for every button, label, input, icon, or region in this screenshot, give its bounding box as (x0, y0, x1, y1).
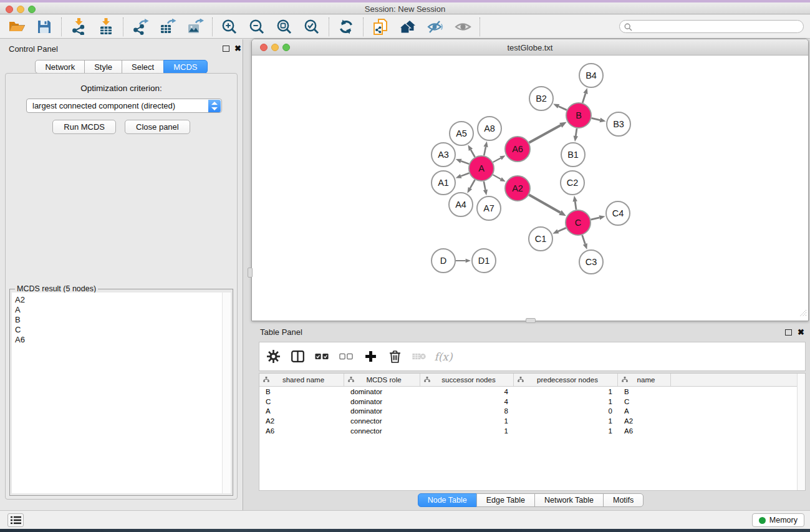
result-item-a6[interactable]: A6 (12, 335, 231, 345)
select-all-columns-icon[interactable] (315, 349, 329, 364)
arrowhead-B-B1 (574, 135, 578, 142)
edge-C-C4[interactable] (591, 218, 599, 220)
column-header-shared-name[interactable]: shared name (259, 374, 344, 386)
edge-A-A4[interactable] (470, 180, 475, 188)
memory-button[interactable]: Memory (752, 513, 804, 527)
table-row-c[interactable]: Cdominator41C (259, 397, 805, 407)
tab-edge-table[interactable]: Edge Table (476, 493, 535, 507)
table-panel-close-icon[interactable]: ✖ (798, 329, 804, 336)
close-panel-button[interactable]: Close panel (125, 120, 190, 134)
table-scrollbar[interactable] (797, 374, 805, 490)
task-history-button[interactable] (7, 513, 24, 527)
edge-A-A8[interactable] (484, 147, 486, 156)
result-item-a[interactable]: A (12, 305, 231, 315)
export-network-icon[interactable] (132, 18, 149, 36)
main-toolbar (0, 15, 810, 39)
home-icon[interactable] (399, 18, 417, 36)
unselect-all-columns-icon[interactable] (339, 349, 353, 364)
edge-B-B1[interactable] (576, 128, 577, 136)
tab-mcds[interactable]: MCDS (163, 60, 207, 74)
table-row-a6[interactable]: A6connector11A6 (259, 426, 805, 436)
clone-network-icon[interactable] (372, 18, 389, 36)
cell-mcds-role: connector (344, 427, 420, 435)
edge-C-C2[interactable] (575, 201, 576, 210)
zoom-out-icon[interactable] (248, 18, 266, 36)
import-table-icon[interactable] (97, 18, 115, 36)
criterion-select[interactable]: largest connected component (directed) (26, 99, 222, 113)
cell-name: A2 (618, 417, 671, 425)
resize-grip-icon[interactable] (799, 308, 807, 319)
cell-successor-nodes: 4 (420, 388, 514, 395)
arrowhead-C-C1 (552, 229, 559, 233)
table-settings-gear-icon[interactable] (266, 349, 280, 364)
table-row-b[interactable]: Bdominator41B (259, 387, 805, 397)
tab-node-table[interactable]: Node Table (418, 493, 477, 507)
tab-network[interactable]: Network (35, 60, 85, 74)
function-builder-icon[interactable]: f(x) (436, 349, 450, 364)
delete-table-icon[interactable] (412, 349, 426, 364)
edge-A-A1[interactable] (461, 173, 469, 176)
export-table-icon[interactable] (159, 18, 176, 36)
import-network-icon[interactable] (70, 18, 87, 36)
edge-A-A3[interactable] (461, 161, 469, 164)
horizontal-splitter-handle[interactable] (526, 318, 536, 323)
edge-B-B3[interactable] (592, 118, 600, 120)
edge-B-B2[interactable] (559, 106, 567, 110)
zoom-selected-icon[interactable] (303, 18, 321, 36)
vertical-splitter-handle[interactable] (248, 268, 253, 278)
show-graphics-details-icon[interactable] (454, 18, 471, 36)
network-view-window: testGlobe.txt B4B2BB3B1A5A8A3A6AA1A2C2A4… (251, 39, 809, 321)
cell-mcds-role: dominator (344, 407, 420, 415)
result-list-scrollbar[interactable] (222, 293, 231, 493)
network-canvas[interactable]: B4B2BB3B1A5A8A3A6AA1A2C2A4A7CC4C1C3DD1 (253, 56, 808, 320)
result-item-b[interactable]: B (12, 315, 231, 325)
column-header-predecessor-nodes[interactable]: predecessor nodes (514, 374, 618, 386)
edge-A-A2[interactable] (493, 175, 501, 179)
tab-style[interactable]: Style (84, 60, 122, 74)
network-window-titlebar[interactable]: testGlobe.txt (252, 39, 808, 56)
network-window-title: testGlobe.txt (252, 43, 808, 52)
tab-select[interactable]: Select (122, 60, 164, 74)
search-input[interactable] (619, 20, 804, 33)
arrowhead-B-B4 (583, 88, 587, 94)
node-label-a1: A1 (438, 178, 449, 188)
edge-C-C3[interactable] (582, 235, 586, 244)
zoom-in-icon[interactable] (221, 18, 238, 36)
table-row-a2[interactable]: A2connector11A2 (259, 416, 805, 426)
table-row-a[interactable]: Adominator80A (259, 407, 805, 417)
delete-column-trash-icon[interactable] (388, 349, 402, 364)
tab-motifs[interactable]: Motifs (603, 493, 644, 507)
save-session-icon[interactable] (36, 18, 53, 36)
run-mcds-button[interactable]: Run MCDS (52, 120, 116, 134)
edge-C-C1[interactable] (558, 228, 566, 231)
hide-graphics-details-icon[interactable] (427, 18, 444, 36)
network-graph[interactable]: B4B2BB3B1A5A8A3A6AA1A2C2A4A7CC4C1C3DD1 (253, 56, 808, 320)
tab-network-table[interactable]: Network Table (534, 493, 604, 507)
control-panel: Control Panel ✖ NetworkStyleSelectMCDS O… (0, 39, 243, 510)
table-toolbar: f(x) (259, 342, 806, 371)
edge-A-A5[interactable] (471, 150, 475, 157)
create-column-plus-icon[interactable] (364, 349, 377, 364)
result-item-a2[interactable]: A2 (12, 295, 231, 305)
edge-A2-C[interactable] (529, 195, 560, 212)
control-panel-float-icon[interactable] (223, 46, 229, 52)
control-panel-close-icon[interactable]: ✖ (234, 45, 241, 52)
node-label-a6: A6 (512, 144, 523, 154)
zoom-fit-icon[interactable] (276, 18, 293, 36)
open-file-icon[interactable] (8, 18, 26, 36)
edge-A6-B[interactable] (529, 125, 561, 143)
show-column-panel-icon[interactable] (291, 349, 304, 364)
refresh-layout-icon[interactable] (337, 18, 355, 36)
column-header-mcds-role[interactable]: MCDS role (344, 374, 420, 386)
edge-B-B4[interactable] (582, 94, 586, 103)
result-item-c[interactable]: C (12, 325, 231, 335)
table-panel-float-icon[interactable] (785, 329, 792, 336)
export-image-icon[interactable] (186, 18, 204, 36)
mcds-result-list[interactable]: A2ABCA6 (12, 293, 231, 493)
edge-A-A7[interactable] (484, 181, 486, 190)
edge-A-A6[interactable] (493, 158, 501, 162)
arrowhead-C-C3 (583, 243, 587, 249)
column-header-name[interactable]: name (618, 374, 671, 386)
cell-name: C (618, 398, 671, 405)
column-header-successor-nodes[interactable]: successor nodes (420, 374, 514, 386)
